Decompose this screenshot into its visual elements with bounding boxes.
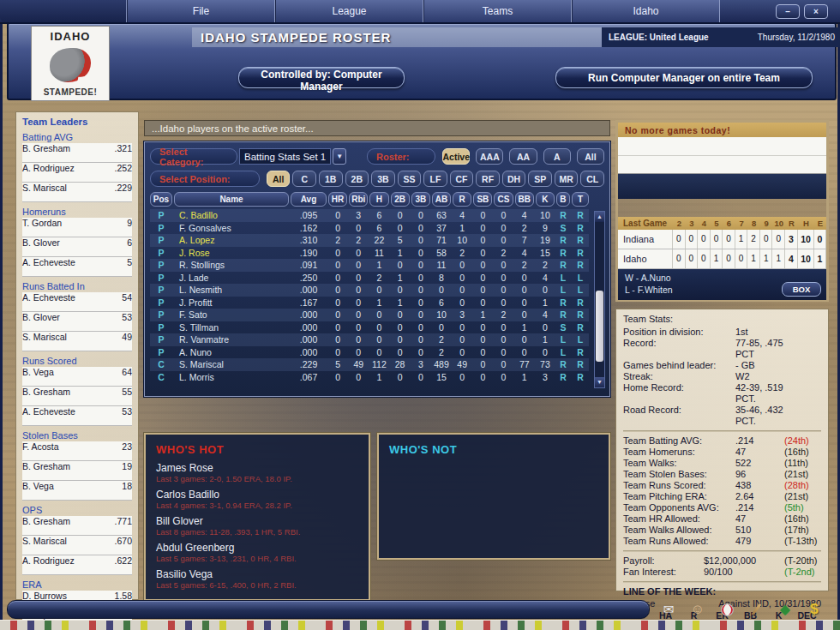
position-filter-button[interactable]: 3B [371,171,395,187]
stat-rank: (24th) [784,435,821,447]
roster-row[interactable]: P R. Stollings .091 0 0 1 0 0 11 0 0 0 2… [150,259,589,272]
position-filter-button[interactable]: CF [450,171,474,187]
roster-row[interactable]: P L. Nesmith .000 0 0 0 0 0 0 0 0 0 0 0 … [150,284,589,297]
roster-panel: Select Category: Batting Stats Set 1 ▼ R… [144,141,610,397]
roster-row[interactable]: P S. Tillman .000 0 0 0 0 0 0 0 0 0 1 0 … [150,321,589,334]
roster-row[interactable]: C L. Morris .067 0 0 1 0 0 15 0 0 0 1 3 … [150,371,589,384]
player-name[interactable]: R. Vanmatre [174,333,289,346]
roster-row[interactable]: P F. Sato .000 0 0 0 0 0 10 3 1 2 0 4 R … [150,309,589,321]
player-name[interactable]: F. Sato [174,309,289,321]
column-header-button[interactable]: T [572,192,589,207]
scrollbar-track[interactable] [595,222,604,377]
controlled-by-button[interactable]: Controlled by: Computer Manager [238,67,405,88]
roster-row[interactable]: P R. Vanmatre .000 0 0 0 0 0 2 0 0 0 0 1… [150,333,589,346]
player-name[interactable]: A. Lopez [174,234,289,247]
roster-filter-button[interactable]: AAA [476,148,503,165]
player-name[interactable]: S. Tillman [174,321,289,334]
menu-tab[interactable]: Idaho [572,0,720,22]
roster-filter-button[interactable]: All [577,148,604,165]
manager-icon[interactable]: ☺ [687,601,708,618]
column-header-button[interactable]: B [556,192,570,207]
position-filter-button[interactable]: All [267,171,291,187]
run-computer-manager-button[interactable]: Run Computer Manager on entire Team [555,67,813,88]
stat-label: Team Opponents AVG: [623,502,735,513]
stat-k: 15 [536,247,555,260]
mail-icon[interactable]: ✉ [658,601,679,618]
column-header-button[interactable]: K [536,192,555,207]
roster-row[interactable]: P J. Profitt .167 0 0 1 1 0 6 0 0 0 0 1 … [150,297,589,309]
stat-k: 3 [536,371,555,384]
column-header-button[interactable]: AB [432,192,451,207]
position-filter-button[interactable]: 1B [319,171,343,187]
stat-rbi: 0 [349,247,368,260]
dropdown-arrow-icon[interactable]: ▼ [333,148,346,165]
bat-icon[interactable] [746,601,766,618]
column-header-button[interactable]: R [453,192,471,207]
player-name[interactable]: J. Lade [174,272,289,285]
menu-tab[interactable]: File [127,0,275,22]
player-name[interactable]: C. Badillo [174,209,289,222]
box-score-button[interactable]: BOX [782,282,821,297]
column-header-button[interactable]: BB [515,192,534,207]
roster-row[interactable]: P A. Nuno .000 0 0 0 0 0 2 0 0 0 0 0 L R [150,346,589,359]
position-filter-button[interactable]: CL [580,171,604,187]
position-filter-button[interactable]: C [292,171,316,187]
column-header-button[interactable]: Pos [150,192,172,207]
stat-3b: 0 [411,333,430,346]
column-header-button[interactable]: 3B [411,192,430,207]
roster-filter-button[interactable]: Active [442,148,470,165]
player-name[interactable]: R. Stollings [174,259,289,272]
column-header-button[interactable]: SB [473,192,492,207]
roster-row[interactable]: P A. Lopez .310 2 2 22 5 0 71 10 0 0 7 1… [150,234,589,247]
column-header-button[interactable]: HR [328,192,347,207]
player-name[interactable]: L. Nesmith [174,284,289,297]
column-header-button[interactable]: Rbi [349,192,368,207]
menu-tab[interactable]: League [275,0,423,22]
hot-player-detail: Last 5 games: 3-13, .231, 0 HR, 4 RBI. [156,554,358,563]
dollar-icon[interactable]: $ [804,601,825,618]
scroll-up-icon[interactable]: ▲ [595,212,604,222]
position-filter-button[interactable]: SS [398,171,422,187]
scroll-down-icon[interactable]: ▼ [595,377,604,387]
roster-row[interactable]: P F. Gonsalves .162 0 0 6 0 0 37 1 0 0 2… [150,222,589,235]
player-name[interactable]: L. Morris [174,371,289,384]
position-filter-button[interactable]: SP [528,171,552,187]
roster-row[interactable]: P C. Badillo .095 0 3 6 0 0 63 4 0 0 4 1… [150,209,589,222]
os-taskbar[interactable] [0,620,840,630]
game-panel-gap [618,199,826,217]
hot-player-detail: Last 8 games: 11-28, .393, 1 HR, 5 RBI. [156,527,358,537]
position-filter-button[interactable]: MR [555,171,579,187]
player-name[interactable]: F. Gonsalves [174,222,289,235]
hot-player-detail: Last 3 games: 2-0, 1.50 ERA, 18.0 IP. [156,474,358,483]
column-header-button[interactable]: H [369,192,388,207]
player-name[interactable]: A. Nuno [174,346,289,359]
player-name[interactable]: S. Mariscal [174,358,289,371]
roster-row[interactable]: P J. Lade .250 0 0 2 1 0 8 0 0 0 0 4 L L [150,272,589,285]
stat-ab: 2 [432,333,451,346]
stat-sb: 0 [473,234,492,247]
roster-filter-button[interactable]: A [543,148,571,165]
column-header-button[interactable]: CS [494,192,513,207]
leader-value: 53 [122,312,132,331]
column-header-button[interactable]: 2B [391,192,410,207]
position-filter-button[interactable]: LF [423,171,447,187]
dock-glyph: $ [810,601,818,618]
table-scrollbar[interactable]: ▲ ▼ [594,211,605,388]
column-header-button[interactable]: Name [174,192,289,207]
baseball-icon[interactable] [717,601,737,618]
column-header-button[interactable]: Avg [291,192,327,207]
scrollbar-thumb[interactable] [596,291,603,362]
field-icon[interactable]: ◆ [775,601,795,618]
category-dropdown[interactable]: Batting Stats Set 1 [239,148,331,165]
roster-row[interactable]: C S. Mariscal .229 5 49 112 28 3 489 49 … [150,358,589,371]
roster-filter-button[interactable]: AA [509,148,537,165]
minimize-button[interactable]: – [776,4,800,19]
position-filter-button[interactable]: 2B [345,171,369,187]
roster-row[interactable]: P J. Rose .190 0 0 11 1 0 58 2 0 2 4 15 … [150,247,589,260]
position-filter-button[interactable]: RF [476,171,500,187]
menu-tab[interactable]: Teams [423,0,572,22]
position-filter-button[interactable]: DH [502,171,526,187]
close-button[interactable]: × [804,4,828,19]
player-name[interactable]: J. Rose [174,247,289,260]
player-name[interactable]: J. Profitt [174,297,289,309]
